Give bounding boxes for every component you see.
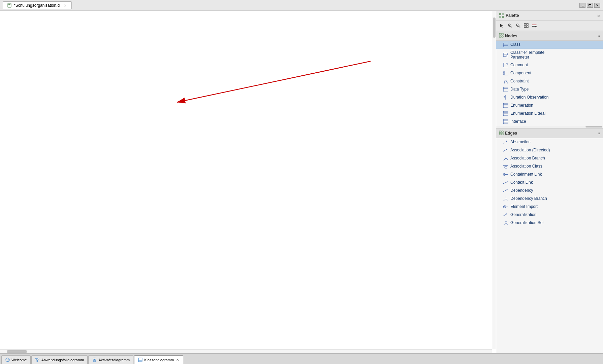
- close-button[interactable]: ✕: [594, 3, 600, 8]
- palette-item-association-branch[interactable]: Association Branch: [496, 154, 603, 162]
- palette-item-element-import[interactable]: Element Import: [496, 203, 603, 211]
- select-tool-button[interactable]: [498, 22, 506, 29]
- association-branch-icon: [503, 156, 508, 161]
- canvas-scrollbar-vertical[interactable]: [492, 11, 496, 349]
- palette-item-association-class[interactable]: Association Class: [496, 162, 603, 171]
- canvas-svg: [0, 11, 496, 353]
- svg-line-85: [506, 223, 508, 225]
- svg-rect-8: [499, 16, 501, 18]
- class-icon: [503, 42, 508, 47]
- interface-icon: ≡: [503, 119, 508, 124]
- palette-item-constraint[interactable]: {?} Constraint: [496, 77, 603, 85]
- zoom-out-button[interactable]: [514, 22, 522, 29]
- svg-rect-6: [499, 13, 501, 15]
- palette-item-enumeration-literal[interactable]: Enumeration Literal: [496, 110, 603, 118]
- palette-item-dependency[interactable]: Dependency: [496, 187, 603, 195]
- palette-item-interface[interactable]: ≡ Interface: [496, 118, 603, 126]
- bottom-tab-klassen[interactable]: Klassendiagramm ✕: [134, 355, 183, 364]
- comment-icon: [503, 63, 508, 68]
- aktivitaets-tab-label: Aktivitätsdiagramm: [98, 358, 130, 362]
- element-import-label: Element Import: [510, 204, 538, 210]
- palette-item-generalization-set[interactable]: Generalization Set: [496, 219, 603, 227]
- palette-item-abstraction[interactable]: Abstraction: [496, 138, 603, 146]
- anwendungsfall-tab-icon: [35, 358, 40, 362]
- svg-rect-58: [499, 133, 501, 135]
- data-type-icon: [503, 87, 508, 92]
- svg-marker-99: [94, 360, 95, 360]
- edges-collapse-icon: ≡: [598, 132, 600, 135]
- svg-rect-68: [505, 167, 507, 168]
- edges-section-header[interactable]: Edges ≡: [496, 129, 603, 138]
- aktivitaets-tab-icon: [92, 358, 97, 362]
- zoom-in-button[interactable]: [506, 22, 514, 29]
- association-class-icon: [503, 164, 508, 169]
- bottom-tab-aktivitaets[interactable]: Aktivitätsdiagramm: [88, 355, 133, 364]
- nodes-section-label: Nodes: [505, 34, 517, 38]
- enumeration-label: Enumeration: [510, 103, 533, 108]
- classifier-template-label: Classifier TemplateParameter: [510, 50, 544, 60]
- palette-item-context-link[interactable]: Context Link: [496, 179, 603, 187]
- abstraction-label: Abstraction: [510, 140, 531, 145]
- canvas-scrollbar-thumb-v[interactable]: [493, 17, 496, 38]
- canvas-area[interactable]: [0, 11, 496, 353]
- svg-marker-86: [505, 222, 507, 223]
- svg-line-95: [38, 359, 38, 360]
- palette-toolbar: ▼: [496, 21, 603, 31]
- palette-item-duration-observation[interactable]: ⁺ Duration Observation: [496, 94, 603, 102]
- generalization-set-icon: [503, 220, 508, 226]
- association-directed-label: Association (Directed): [510, 148, 550, 153]
- palette-item-dependency-branch[interactable]: Dependency Branch: [496, 195, 603, 203]
- palette-item-data-type[interactable]: Data Type: [496, 85, 603, 94]
- palette-item-classifier-template[interactable]: Classifier TemplateParameter: [496, 49, 603, 61]
- klassen-tab-close[interactable]: ✕: [176, 358, 180, 362]
- main-tab[interactable]: *Schulungsorganisation.di ✕: [3, 1, 72, 9]
- palette-item-containment-link[interactable]: + Containment Link: [496, 171, 603, 179]
- canvas-scrollbar-thumb-h[interactable]: [7, 350, 27, 353]
- palette-item-association-directed[interactable]: Association (Directed): [496, 146, 603, 154]
- generalization-label: Generalization: [510, 212, 536, 218]
- duration-observation-icon: ⁺: [503, 95, 508, 100]
- svg-rect-7: [502, 13, 504, 15]
- palette-icon: [499, 13, 504, 18]
- settings-button[interactable]: ▼: [531, 22, 538, 29]
- context-link-label: Context Link: [510, 180, 533, 185]
- association-directed-icon: [503, 148, 508, 153]
- palette-item-generalization[interactable]: Generalization: [496, 211, 603, 219]
- svg-line-94: [36, 359, 37, 360]
- palette-scroll-area[interactable]: Nodes ≡ Class: [496, 31, 603, 353]
- bottom-tab-welcome[interactable]: Welcome: [1, 355, 31, 364]
- palette-item-enumeration[interactable]: ≡ Enumeration: [496, 102, 603, 110]
- svg-text:≡: ≡: [504, 120, 504, 121]
- welcome-tab-label: Welcome: [11, 358, 27, 362]
- constraint-icon: {?}: [503, 79, 508, 84]
- palette-item-component[interactable]: Component: [496, 69, 603, 77]
- palette-item-comment[interactable]: Comment: [496, 61, 603, 69]
- svg-rect-40: [503, 87, 508, 92]
- canvas-scrollbar-horizontal[interactable]: [0, 349, 492, 353]
- edges-section-icon: [499, 131, 504, 136]
- svg-line-5: [177, 61, 371, 102]
- svg-line-14: [511, 26, 512, 28]
- tab-file-icon: [7, 3, 12, 8]
- svg-point-92: [37, 360, 38, 362]
- bottom-tabbar: Welcome Anwendungsfalldiagramm Aktivität: [0, 353, 603, 364]
- maximize-button[interactable]: 🗖: [587, 3, 593, 8]
- title-bar: *Schulungsorganisation.di ✕ 🗕 🗖 ✕: [0, 0, 603, 11]
- nodes-section-header[interactable]: Nodes ≡: [496, 31, 603, 41]
- tab-close-button[interactable]: ✕: [63, 3, 67, 8]
- palette-collapse-icon[interactable]: ▷: [598, 14, 600, 17]
- enumeration-literal-icon: [503, 111, 508, 116]
- nodes-section-end: [496, 126, 603, 129]
- svg-point-91: [38, 358, 39, 359]
- anwendungsfall-tab-label: Anwendungsfalldiagramm: [41, 358, 84, 362]
- class-label: Class: [510, 42, 520, 47]
- bottom-tab-anwendungsfall[interactable]: Anwendungsfalldiagramm: [31, 355, 88, 364]
- fit-page-button[interactable]: [522, 22, 530, 29]
- palette-header-left: Palette: [499, 13, 519, 18]
- svg-rect-20: [524, 26, 526, 28]
- minimize-button[interactable]: 🗕: [579, 3, 585, 8]
- context-link-icon: [503, 180, 508, 185]
- dependency-branch-icon: [503, 196, 508, 202]
- nodes-collapse-icon: ≡: [598, 34, 600, 38]
- palette-item-class[interactable]: Class: [496, 41, 603, 49]
